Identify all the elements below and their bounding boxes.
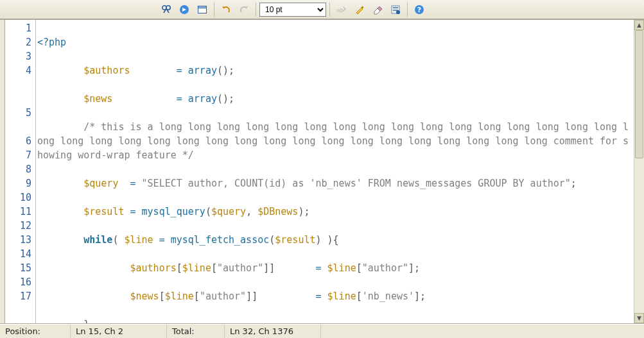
line-number: 3 xyxy=(5,49,35,63)
line-number: 16 xyxy=(5,275,35,289)
line-number: 12 xyxy=(5,219,35,233)
line-number: 8 xyxy=(5,162,35,176)
toolbar-sep-3 xyxy=(329,3,330,17)
svg-rect-6 xyxy=(198,6,207,8)
editor: 1234567891011121314151617 <?php $authors… xyxy=(0,19,644,324)
status-total-value: Ln 32, Ch 1376 xyxy=(225,325,321,338)
svg-rect-10 xyxy=(393,7,398,8)
erase-button[interactable] xyxy=(369,2,386,17)
toolbar-sep-4 xyxy=(407,3,408,17)
scroll-down-arrow[interactable]: ▼ xyxy=(634,313,644,323)
code-line: /* this is a long long long long long lo… xyxy=(37,120,634,162)
redo-button xyxy=(236,2,252,17)
line-number: 4 xyxy=(5,63,35,106)
code-line: } xyxy=(37,317,634,323)
line-number: 11 xyxy=(5,205,35,219)
status-total-label: Total: xyxy=(167,325,225,338)
undo-button[interactable] xyxy=(218,2,234,17)
code-line: $news[$line["author"]] = $line['nb_news'… xyxy=(37,289,634,303)
editor-left-margin xyxy=(0,20,5,323)
svg-text:ab: ab xyxy=(336,7,344,13)
go-icon xyxy=(179,4,189,15)
line-number: 1 xyxy=(5,21,35,35)
line-number: 13 xyxy=(5,233,35,247)
go-button[interactable] xyxy=(176,2,193,17)
panel-icon xyxy=(197,4,207,15)
svg-text:?: ? xyxy=(417,6,421,14)
line-number: 7 xyxy=(5,148,35,162)
font-size-select[interactable]: 10 pt xyxy=(259,3,326,17)
line-number: 6 xyxy=(5,134,35,148)
code-line: $query = "SELECT author, COUNT(id) as 'n… xyxy=(37,176,634,190)
status-position-value: Ln 15, Ch 2 xyxy=(71,325,167,338)
help-icon: ? xyxy=(414,4,424,15)
code-line: <?php xyxy=(37,35,634,49)
status-filler xyxy=(321,325,644,338)
erase-icon xyxy=(372,4,383,15)
toolbar-sep-1 xyxy=(214,3,214,17)
line-number: 5 xyxy=(5,106,35,134)
code-area[interactable]: <?php $authors = array(); $news = array(… xyxy=(36,20,634,323)
undo-icon xyxy=(221,4,231,15)
find-button[interactable] xyxy=(158,2,175,17)
scroll-up-arrow[interactable]: ▲ xyxy=(634,20,644,30)
toolbar: 10 pt ab ? xyxy=(0,0,644,19)
code-line: $news = array(); xyxy=(37,92,634,106)
line-number-gutter: 1234567891011121314151617 xyxy=(5,20,36,323)
panel-button[interactable] xyxy=(194,2,211,17)
settings-button[interactable] xyxy=(387,2,404,17)
line-number: 14 xyxy=(5,247,35,261)
svg-point-12 xyxy=(396,10,400,14)
highlight-icon xyxy=(354,4,365,15)
line-number: 17 xyxy=(5,289,35,317)
line-number: 15 xyxy=(5,261,35,275)
scroll-track[interactable] xyxy=(634,30,644,313)
redo-icon xyxy=(239,4,249,15)
help-button[interactable]: ? xyxy=(411,2,428,17)
settings-icon xyxy=(390,4,401,15)
highlight-button[interactable] xyxy=(351,2,368,17)
replace-button: ab xyxy=(333,2,350,17)
toolbar-sep-2 xyxy=(256,3,256,17)
scroll-thumb[interactable] xyxy=(635,30,643,158)
code-line: $authors[$line["author"]] = $line["autho… xyxy=(37,261,634,275)
find-icon xyxy=(161,4,171,15)
line-number: 2 xyxy=(5,35,35,49)
status-bar: Position: Ln 15, Ch 2 Total: Ln 32, Ch 1… xyxy=(0,324,644,338)
vertical-scrollbar[interactable]: ▲ ▼ xyxy=(634,20,644,323)
replace-icon: ab xyxy=(336,5,347,14)
status-position-label: Position: xyxy=(0,325,71,338)
code-line: $authors = array(); xyxy=(37,63,634,78)
code-line: while( $line = mysql_fetch_assoc($result… xyxy=(37,233,634,247)
line-number: 9 xyxy=(5,176,35,190)
line-number: 10 xyxy=(5,190,35,205)
code-line: $result = mysql_query($query, $DBnews); xyxy=(37,205,634,219)
